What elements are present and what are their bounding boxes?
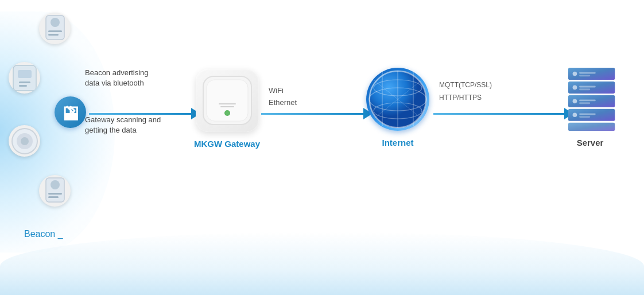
wifi-ethernet-label: WiFi Ethernet bbox=[269, 85, 297, 109]
svg-point-46 bbox=[573, 112, 577, 117]
arrow-beacon-to-gateway bbox=[89, 108, 200, 119]
svg-rect-2 bbox=[48, 30, 62, 32]
arrow-line-2 bbox=[261, 113, 363, 115]
svg-rect-20 bbox=[220, 106, 234, 107]
svg-rect-19 bbox=[219, 103, 236, 104]
beacon-icon-2 bbox=[9, 62, 40, 94]
beacon-annotation-1: Beacon advertising data via bluetooth bbox=[85, 68, 149, 88]
beacon-text: Beacon bbox=[24, 229, 55, 239]
http-label: HTTP/HTTPS bbox=[439, 94, 482, 102]
server-device: Server bbox=[567, 68, 613, 148]
beacon-icon-4 bbox=[39, 175, 71, 207]
server-icon bbox=[567, 68, 613, 131]
svg-rect-43 bbox=[579, 99, 596, 101]
beacon-icon-1 bbox=[39, 13, 71, 44]
svg-rect-7 bbox=[19, 85, 27, 87]
arrow-internet-to-server bbox=[433, 108, 573, 119]
beacon-device-3 bbox=[9, 125, 40, 157]
mqtt-label: MQTT(TCP/SSL) bbox=[439, 81, 492, 89]
beacon-device-1 bbox=[39, 13, 71, 44]
beacon-svg-1 bbox=[42, 14, 68, 43]
svg-point-38 bbox=[573, 86, 577, 90]
arrow-line-1 bbox=[89, 113, 191, 115]
svg-rect-3 bbox=[48, 34, 59, 36]
svg-rect-49 bbox=[568, 123, 615, 131]
gateway-device: MKGW Gateway bbox=[194, 69, 260, 149]
beacon-icon-3 bbox=[9, 125, 40, 157]
annotation1-line1: Beacon advertising bbox=[85, 68, 149, 77]
svg-rect-5 bbox=[18, 70, 32, 78]
svg-rect-40 bbox=[579, 88, 590, 90]
bottom-reflection bbox=[0, 232, 644, 295]
server-svg bbox=[567, 68, 619, 131]
arrow-line-3 bbox=[433, 113, 564, 115]
svg-rect-13 bbox=[48, 193, 62, 195]
gateway-label: MKGW Gateway bbox=[194, 139, 260, 149]
svg-point-34 bbox=[573, 72, 577, 76]
beacon-svg-3 bbox=[10, 127, 39, 156]
svg-rect-48 bbox=[579, 116, 590, 118]
annotation2-line2: getting the data bbox=[85, 126, 137, 134]
internet-device: Internet bbox=[366, 68, 429, 148]
globe-svg bbox=[366, 68, 429, 131]
globe-icon bbox=[366, 68, 429, 131]
beacon-svg-2 bbox=[11, 63, 38, 93]
gateway-icon bbox=[196, 69, 259, 132]
beacon-bottom-label: Beacon _ bbox=[24, 229, 63, 239]
beacon-device-4 bbox=[39, 175, 71, 207]
protocol-label: MQTT(TCP/SSL) HTTP/HTTPS bbox=[439, 79, 492, 104]
annotation1-line2: data via bluetooth bbox=[85, 79, 144, 87]
beacon-device-2 bbox=[9, 62, 40, 94]
svg-rect-6 bbox=[19, 81, 30, 83]
svg-rect-44 bbox=[579, 102, 590, 104]
arrow-gateway-to-internet bbox=[261, 108, 373, 119]
svg-rect-36 bbox=[579, 75, 590, 76]
svg-point-18 bbox=[226, 111, 229, 115]
svg-point-12 bbox=[51, 180, 60, 189]
svg-rect-47 bbox=[579, 113, 596, 115]
svg-rect-14 bbox=[48, 196, 59, 198]
beacon-svg-4 bbox=[42, 177, 68, 205]
wifi-label: WiFi bbox=[269, 86, 284, 95]
server-label: Server bbox=[577, 138, 604, 148]
gateway-svg bbox=[199, 72, 256, 129]
ethernet-label: Ethernet bbox=[269, 98, 297, 107]
bluetooth-svg bbox=[62, 102, 79, 123]
svg-point-42 bbox=[573, 99, 577, 104]
svg-point-1 bbox=[51, 18, 60, 27]
bluetooth-device: ⬓ bbox=[55, 96, 86, 128]
svg-rect-39 bbox=[579, 86, 596, 88]
svg-rect-35 bbox=[579, 72, 596, 74]
internet-label: Internet bbox=[382, 138, 413, 148]
svg-point-10 bbox=[21, 137, 29, 145]
bluetooth-icon: ⬓ bbox=[55, 96, 86, 128]
beacon-underscore: _ bbox=[58, 229, 63, 239]
